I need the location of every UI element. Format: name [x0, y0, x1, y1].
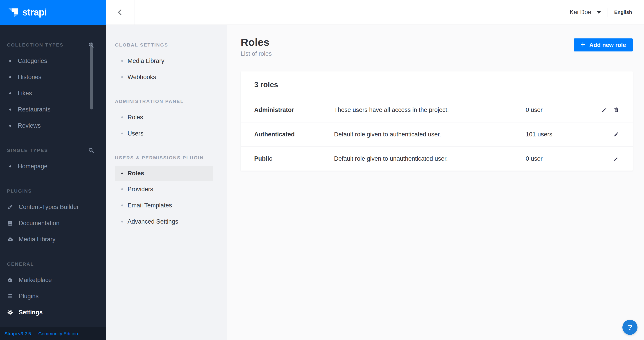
- bullet-icon: [121, 188, 123, 190]
- role-description: These users have all access in the proje…: [334, 106, 526, 113]
- sidebar-item-restaurants[interactable]: Restaurants: [0, 101, 106, 117]
- settings-item-email-templates[interactable]: Email Templates: [106, 197, 227, 214]
- settings-item-label: Media Library: [128, 57, 164, 64]
- settings-item-label: Webhooks: [128, 74, 156, 81]
- bullet-icon: [121, 116, 123, 118]
- sidebar-item-documentation[interactable]: Documentation: [0, 215, 106, 231]
- divider: [608, 8, 608, 17]
- role-user-count: 101 users: [526, 131, 598, 138]
- settings-section-users-permissions: USERS & PERMISSIONS PLUGIN Roles Provide…: [106, 150, 227, 230]
- table-row-authenticated[interactable]: Authenticated Default role given to auth…: [241, 122, 633, 146]
- basket-icon: [7, 277, 13, 283]
- help-button[interactable]: ?: [622, 320, 638, 335]
- settings-section-admin-panel: ADMINISTRATION PANEL Roles Users: [106, 93, 227, 142]
- back-button[interactable]: [106, 0, 135, 24]
- cloud-upload-icon: [7, 236, 13, 242]
- sidebar-item-media-library[interactable]: Media Library: [0, 231, 106, 247]
- sidebar-item-marketplace[interactable]: Marketplace: [0, 272, 106, 288]
- sidebar-item-label: Restaurants: [18, 106, 50, 113]
- row-actions: [598, 107, 619, 113]
- sidebar-item-settings[interactable]: Settings: [0, 304, 106, 321]
- sidebar-item-likes[interactable]: Likes: [0, 85, 106, 101]
- strapi-logo-icon: [8, 6, 19, 18]
- roles-count-label: 3 roles: [254, 80, 278, 89]
- bullet-icon: [9, 92, 11, 94]
- settings-item-up-roles[interactable]: Roles: [115, 166, 213, 181]
- settings-item-providers[interactable]: Providers: [106, 181, 227, 197]
- settings-item-label: Advanced Settings: [128, 218, 178, 225]
- page-title-block: Roles List of roles: [241, 36, 272, 57]
- bullet-icon: [121, 221, 123, 223]
- sidebar-item-content-types-builder[interactable]: Content-Types Builder: [0, 199, 106, 215]
- sidebar-item-label: Homepage: [18, 163, 48, 170]
- language-selector[interactable]: English: [614, 9, 632, 15]
- list-icon: [7, 293, 13, 299]
- edit-pencil-icon[interactable]: [601, 107, 607, 113]
- bullet-icon: [9, 165, 11, 167]
- sidebar-item-reviews[interactable]: Reviews: [0, 117, 106, 134]
- settings-item-webhooks[interactable]: Webhooks: [106, 69, 227, 85]
- settings-sidebar: GLOBAL SETTINGS Media Library Webhooks A…: [106, 25, 227, 340]
- add-new-role-button[interactable]: + Add new role: [574, 38, 633, 51]
- settings-section-title: GLOBAL SETTINGS: [106, 37, 227, 53]
- brand-name: strapi: [22, 7, 46, 18]
- section-general: GENERAL Marketplace Plugins: [0, 256, 106, 321]
- role-user-count: 0 user: [526, 106, 598, 113]
- book-icon: [7, 220, 13, 226]
- settings-item-admin-users[interactable]: Users: [106, 125, 227, 142]
- page-title: Roles: [241, 36, 272, 48]
- sidebar-item-label: Reviews: [18, 122, 41, 129]
- sidebar-item-label: Settings: [19, 309, 43, 316]
- bullet-icon: [121, 76, 123, 78]
- settings-section-title: USERS & PERMISSIONS PLUGIN: [106, 150, 227, 166]
- question-mark-icon: ?: [628, 323, 632, 332]
- bullet-icon: [9, 76, 11, 78]
- section-collection-types: COLLECTION TYPES Categories Histories Li…: [0, 37, 106, 134]
- settings-item-media-library[interactable]: Media Library: [106, 53, 227, 69]
- edit-pencil-icon[interactable]: [614, 156, 619, 162]
- settings-section-global: GLOBAL SETTINGS Media Library Webhooks: [106, 37, 227, 85]
- sidebar-item-label: Media Library: [19, 236, 56, 243]
- sidebar-footer: Strapi v3.2.5 — Community Edition: [0, 327, 106, 340]
- topbar-right: Kai Doe English: [570, 8, 644, 17]
- main-content: Roles List of roles + Add new role 3 rol…: [227, 25, 644, 340]
- settings-item-label: Roles: [128, 170, 144, 177]
- row-actions: [598, 156, 619, 162]
- plus-icon: +: [580, 40, 585, 49]
- role-name: Administrator: [254, 106, 334, 113]
- sidebar-item-label: Marketplace: [19, 277, 52, 284]
- table-row-public[interactable]: Public Default role given to unauthentic…: [241, 146, 633, 171]
- search-icon[interactable]: [88, 147, 94, 153]
- bullet-icon: [9, 60, 11, 62]
- user-name: Kai Doe: [570, 9, 591, 16]
- search-icon[interactable]: [88, 42, 94, 48]
- settings-item-label: Users: [128, 130, 144, 137]
- table-row-administrator[interactable]: Administrator These users have all acces…: [241, 98, 633, 122]
- sidebar-nav: COLLECTION TYPES Categories Histories Li…: [0, 25, 106, 327]
- user-menu[interactable]: Kai Doe: [570, 9, 601, 16]
- bullet-icon: [121, 173, 123, 174]
- settings-section-title: ADMINISTRATION PANEL: [106, 93, 227, 109]
- role-name: Authenticated: [254, 131, 334, 138]
- sidebar-item-plugins[interactable]: Plugins: [0, 288, 106, 304]
- section-title: PLUGINS: [7, 188, 94, 194]
- section-title: SINGLE TYPES: [7, 148, 88, 153]
- edit-pencil-icon[interactable]: [614, 131, 619, 137]
- strapi-version-link[interactable]: Strapi v3.2.5 — Community Edition: [4, 331, 78, 337]
- sidebar-item-homepage[interactable]: Homepage: [0, 158, 106, 174]
- main-sidebar: strapi COLLECTION TYPES Categories Histo…: [0, 0, 106, 340]
- settings-item-advanced-settings[interactable]: Advanced Settings: [106, 214, 227, 230]
- delete-trash-icon[interactable]: [614, 107, 619, 113]
- sidebar-item-label: Histories: [18, 74, 42, 81]
- sidebar-item-histories[interactable]: Histories: [0, 69, 106, 85]
- strapi-logo[interactable]: strapi: [0, 0, 106, 25]
- section-single-types: SINGLE TYPES Homepage: [0, 142, 106, 174]
- settings-item-admin-roles[interactable]: Roles: [106, 109, 227, 125]
- role-description: Default role given to unauthenticated us…: [334, 155, 526, 162]
- section-plugins: PLUGINS Content-Types Builder Documentat…: [0, 183, 106, 247]
- roles-list-card: 3 roles Administrator These users have a…: [241, 71, 633, 171]
- section-title: GENERAL: [7, 261, 94, 267]
- bullet-icon: [121, 205, 123, 206]
- sidebar-item-categories[interactable]: Categories: [0, 53, 106, 69]
- bullet-icon: [121, 60, 123, 62]
